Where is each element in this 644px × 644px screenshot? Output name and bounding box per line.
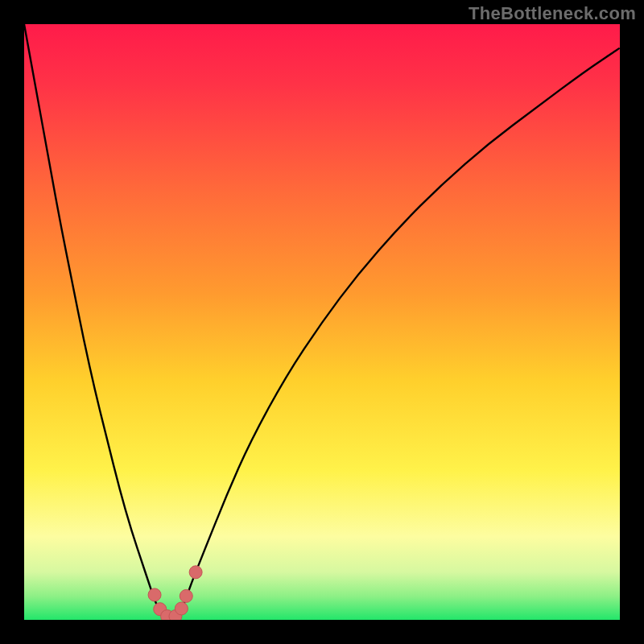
minimum-markers	[148, 566, 202, 620]
chart-frame: TheBottleneck.com	[0, 0, 644, 644]
plot-area	[24, 24, 620, 620]
marker-dot	[148, 588, 161, 601]
marker-dot	[189, 566, 202, 579]
watermark-text: TheBottleneck.com	[469, 3, 636, 24]
bottleneck-curve	[24, 24, 620, 620]
marker-dot	[180, 589, 192, 602]
marker-dot	[175, 602, 188, 615]
curve-layer	[24, 24, 620, 620]
